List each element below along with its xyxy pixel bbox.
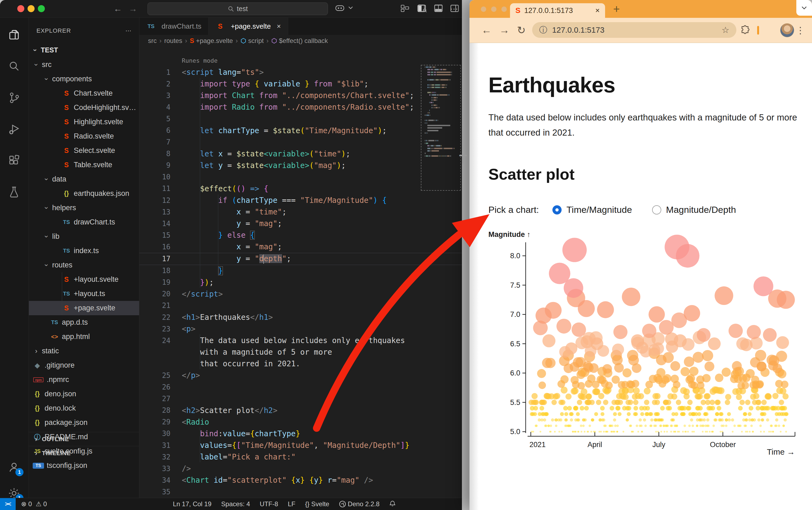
source-control-icon[interactable]	[8, 91, 21, 105]
status-item--svelte[interactable]: {} Svelte	[305, 500, 329, 508]
site-info-icon[interactable]: ⓘ	[539, 25, 547, 36]
command-search-input[interactable]: test	[147, 2, 328, 15]
code-line-2[interactable]: 2 import type { variable } from "$lib";	[139, 78, 462, 90]
tree-file-tsconfig-json[interactable]: TStsconfig.json	[29, 458, 139, 473]
status-warning[interactable]: ⚠ 0	[36, 500, 47, 508]
close-tab-icon[interactable]: ×	[277, 22, 281, 30]
extension-pin-indicator[interactable]	[757, 26, 759, 35]
code-line-10[interactable]: 10	[139, 171, 462, 183]
browser-menu-icon[interactable]: ⋮	[796, 25, 805, 36]
code-line-20[interactable]: 20</script>	[139, 288, 462, 300]
split-editor-icon[interactable]	[417, 4, 427, 13]
profile-avatar[interactable]	[780, 23, 794, 37]
tree-file-codehighlight-sv-[interactable]: SCodeHighlight.sv…	[29, 101, 139, 115]
back-icon[interactable]: ←	[481, 24, 492, 36]
radio-magnitude-depth-label[interactable]: Magnitude/Depth	[666, 204, 736, 215]
explorer-icon[interactable]	[8, 29, 21, 42]
tree-file-index-ts[interactable]: TSindex.ts	[29, 244, 139, 258]
history-forward-icon[interactable]: →	[128, 4, 137, 14]
tree-folder-src[interactable]: ›src	[29, 58, 139, 72]
status-item-deno-2-2-8[interactable]: Deno 2.2.8	[339, 500, 379, 508]
radio-magnitude-depth[interactable]	[652, 205, 661, 215]
browser-tab[interactable]: S 127.0.0.1:5173 ×	[510, 3, 605, 18]
code-line-11[interactable]: 11 $effect(() => {	[139, 183, 462, 195]
forward-icon[interactable]: →	[499, 24, 510, 36]
breadcrumb-item[interactable]: routes	[164, 37, 182, 45]
tree-file-deno-json[interactable]: {}deno.json	[29, 387, 139, 401]
code-line-wrap[interactable]: that occurred in 2021.	[139, 358, 462, 370]
code-line-3[interactable]: 3 import Chart from "../components/Chart…	[139, 90, 462, 101]
tree-folder-routes[interactable]: ›routes	[29, 258, 139, 272]
tree-file-radio-svelte[interactable]: SRadio.svelte	[29, 129, 139, 143]
code-line-34[interactable]: 34<Chart id="scatterplot" {x} {y} r="mag…	[139, 474, 462, 486]
code-line-1[interactable]: 1<script lang="ts">	[139, 66, 462, 78]
code-line-25[interactable]: 25</p>	[139, 370, 462, 381]
tree-folder-data[interactable]: ›data	[29, 172, 139, 187]
code-line-4[interactable]: 4 import Radio from "../components/Radio…	[139, 101, 462, 113]
code-line-6[interactable]: 6 let chartType = $state("Time/Magnitude…	[139, 124, 462, 136]
testing-icon[interactable]	[8, 186, 21, 199]
tree-file-app-d-ts[interactable]: TSapp.d.ts	[29, 315, 139, 330]
tree-file-package-json[interactable]: {}package.json	[29, 416, 139, 430]
run-debug-icon[interactable]	[8, 123, 21, 136]
code-line-29[interactable]: 29<Radio	[139, 416, 462, 428]
editor-tab--page-svelte[interactable]: S+page.svelte×	[208, 18, 288, 35]
status-item-bell[interactable]	[389, 500, 396, 508]
radio-time-magnitude-label[interactable]: Time/Magnitude	[567, 204, 632, 215]
new-tab-button[interactable]: +	[613, 3, 620, 16]
code-line-7[interactable]: 7	[139, 136, 462, 148]
status-item-lf[interactable]: LF	[288, 500, 295, 508]
status-item-spaces-4[interactable]: Spaces: 4	[221, 500, 250, 508]
tree-file-select-svelte[interactable]: SSelect.svelte	[29, 143, 139, 158]
status-item-utf-8[interactable]: UTF-8	[260, 500, 278, 508]
code-line-24[interactable]: 24 The data used below includes only ear…	[139, 335, 462, 346]
code-line-5[interactable]: 5	[139, 113, 462, 124]
accounts-icon[interactable]: 1	[8, 461, 21, 474]
code-line-wrap[interactable]: with a magnitude of 5 or more	[139, 346, 462, 358]
radio-time-magnitude[interactable]	[552, 205, 561, 215]
tree-file--gitignore[interactable]: ◆.gitignore	[29, 358, 139, 372]
breadcrumb-item[interactable]: script	[240, 37, 264, 45]
status-error[interactable]: ⊗ 0	[21, 500, 32, 508]
outline-section[interactable]: ›OUTLINE	[29, 432, 139, 446]
timeline-section[interactable]: ›TIMELINE	[29, 446, 139, 460]
code-line-26[interactable]: 26	[139, 381, 462, 393]
bookmark-star-icon[interactable]: ☆	[722, 25, 729, 35]
code-line-15[interactable]: 15 } else {	[139, 229, 462, 241]
code-line-33[interactable]: 33/>	[139, 463, 462, 474]
tree-file--page-svelte[interactable]: S+page.svelte	[29, 301, 139, 315]
tree-file--layout-ts[interactable]: TS+layout.ts	[29, 287, 139, 301]
code-line-27[interactable]: 27	[139, 393, 462, 405]
tree-file--layout-svelte[interactable]: S+layout.svelte	[29, 272, 139, 287]
minimize-window-button[interactable]	[491, 6, 496, 12]
code-line-30[interactable]: 30 bind:value={chartType}	[139, 428, 462, 440]
code-line-28[interactable]: 28<h2>Scatter plot</h2>	[139, 405, 462, 416]
extensions-puzzle-icon[interactable]	[740, 25, 750, 37]
editor-tab-drawchart-ts[interactable]: TSdrawChart.ts	[139, 18, 208, 35]
code-line-23[interactable]: 23<p>	[139, 323, 462, 335]
maximize-window-button[interactable]	[38, 5, 45, 12]
tree-file-deno-lock[interactable]: {}deno.lock	[29, 401, 139, 416]
tree-folder-static[interactable]: ›static	[29, 344, 139, 358]
reload-icon[interactable]: ↻	[517, 24, 526, 36]
code-line-18[interactable]: 18 }	[139, 265, 462, 277]
copilot-icon[interactable]	[335, 4, 345, 13]
minimap-viewport[interactable]	[421, 65, 461, 191]
code-line-19[interactable]: 19 });	[139, 277, 462, 288]
tree-folder-components[interactable]: ›components	[29, 72, 139, 86]
remote-indicator[interactable]: ><	[0, 498, 16, 510]
close-window-button[interactable]	[481, 6, 486, 12]
tree-file-earthquakes-json[interactable]: {}earthquakes.json	[29, 187, 139, 201]
code-line-32[interactable]: 32 label="Pick a chart:"	[139, 451, 462, 463]
code-line-13[interactable]: 13 x = "time";	[139, 206, 462, 218]
tree-file-table-svelte[interactable]: STable.svelte	[29, 158, 139, 172]
code-editor[interactable]: Runes mode 1<script lang="ts">2 import t…	[139, 47, 462, 498]
code-line-8[interactable]: 8 let x = $state<variable>("time");	[139, 148, 462, 160]
sidebar-more-icon[interactable]: ⋯	[125, 27, 132, 34]
tree-file-drawchart-ts[interactable]: TSdrawChart.ts	[29, 215, 139, 229]
extensions-icon[interactable]	[8, 154, 21, 167]
code-line-9[interactable]: 9 let y = $state<variable>("mag");	[139, 160, 462, 171]
chevron-down-icon[interactable]	[348, 6, 353, 11]
tree-file-highlight-svelte[interactable]: SHighlight.svelte	[29, 115, 139, 129]
breadcrumb-item[interactable]: S +page.svelte	[190, 37, 233, 45]
